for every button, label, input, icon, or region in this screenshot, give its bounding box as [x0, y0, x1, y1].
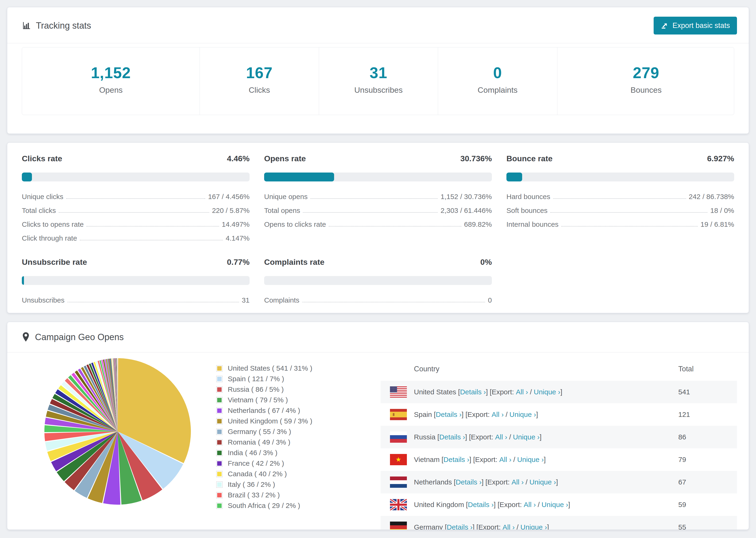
details-link-spain[interactable]: Details › — [436, 410, 461, 418]
legend-item-germany[interactable]: Germany ( 55 / 3% ) — [216, 428, 371, 436]
rate-progress-fill — [22, 173, 32, 182]
details-link-netherlands[interactable]: Details › — [456, 478, 482, 486]
legend-item-italy[interactable]: Italy ( 36 / 2% ) — [216, 480, 371, 488]
slash: / — [538, 501, 540, 509]
export-basic-stats-button[interactable]: Export basic stats — [654, 17, 737, 34]
export-unique-link-germany[interactable]: Unique › — [520, 523, 547, 530]
rate-row-label: Unique opens — [264, 193, 307, 201]
rate-panel-opens-rate: Opens rate30.736%Unique opens1,152 / 30.… — [264, 154, 492, 248]
rate-progress-track — [22, 276, 249, 285]
bracket: [ — [434, 410, 436, 418]
legend-swatch — [216, 407, 223, 414]
country-cell: United States[Details ›][Export:All ›/Un… — [381, 386, 678, 398]
rate-row-label: Complaints — [264, 296, 299, 304]
details-link-germany[interactable]: Details › — [447, 523, 473, 530]
legend-item-france[interactable]: France ( 42 / 2% ) — [216, 459, 371, 467]
total-cell: 86 — [678, 433, 737, 441]
rate-row-complaints: Complaints0 — [264, 296, 492, 304]
rate-row-value: 31 — [242, 296, 249, 304]
legend-item-vietnam[interactable]: Vietnam ( 79 / 5% ) — [216, 396, 371, 404]
bracket: [ — [458, 388, 460, 396]
legend-label: Russia ( 86 / 5% ) — [228, 385, 284, 394]
pie-chart-svg — [42, 356, 193, 507]
total-cell: 121 — [678, 410, 737, 418]
rate-progress-fill — [264, 173, 334, 182]
details-link-vietnam[interactable]: Details › — [444, 456, 469, 463]
details-link-russia[interactable]: Details › — [439, 433, 465, 441]
legend-item-netherlands[interactable]: Netherlands ( 67 / 4% ) — [216, 406, 371, 414]
rate-value: 0% — [480, 257, 492, 267]
rate-row-label: Total opens — [264, 207, 300, 215]
legend-label: India ( 46 / 3% ) — [228, 449, 278, 457]
legend-swatch-color — [217, 398, 222, 402]
legend-label: Brazil ( 33 / 2% ) — [228, 491, 280, 499]
legend-item-romania[interactable]: Romania ( 49 / 3% ) — [216, 438, 371, 446]
legend-swatch-color — [217, 419, 222, 423]
legend-item-south-africa[interactable]: South Africa ( 29 / 2% ) — [216, 502, 371, 510]
legend-swatch — [216, 418, 223, 424]
export-unique-link-united-states[interactable]: Unique › — [534, 388, 560, 396]
map-pin-icon — [22, 332, 30, 342]
legend-item-india[interactable]: India ( 46 / 3% ) — [216, 449, 371, 457]
export-unique-link-russia[interactable]: Unique › — [513, 433, 540, 441]
rate-row-value: 19 / 6.81% — [701, 220, 734, 228]
export-all-link-russia[interactable]: All › — [495, 433, 507, 441]
rate-progress-track — [22, 173, 249, 182]
summary-label-clicks: Clicks — [200, 85, 319, 95]
country-cell: Russia[Details ›][Export:All ›/Unique ›] — [381, 431, 678, 443]
details-link-united-states[interactable]: Details › — [460, 388, 486, 396]
rate-value: 30.736% — [460, 154, 492, 163]
export-all-link-spain[interactable]: All › — [492, 410, 504, 418]
legend-item-brazil[interactable]: Brazil ( 33 / 2% ) — [216, 491, 371, 499]
geo-title-text: Campaign Geo Opens — [35, 332, 124, 342]
campaign-geo-opens-card: Campaign Geo Opens United States ( 541 /… — [7, 322, 749, 530]
table-row-germany: Germany[Details ›][Export:All ›/Unique ›… — [381, 516, 737, 530]
rate-row-label: Clicks to opens rate — [22, 220, 83, 228]
slash: / — [516, 523, 518, 530]
country-name: Russia — [414, 433, 436, 441]
page-title: Tracking stats — [22, 21, 91, 31]
rate-row-value: 1,152 / 30.736% — [441, 193, 492, 201]
summary-value-unsubscribes: 31 — [319, 64, 438, 82]
dotted-leader — [80, 240, 223, 241]
bracket: ] — [556, 478, 558, 486]
rate-row-value: 242 / 86.738% — [689, 193, 734, 201]
rate-row-internal-bounces: Internal bounces19 / 6.81% — [507, 220, 734, 228]
total-cell: 59 — [678, 501, 737, 509]
flag-es-icon — [390, 409, 407, 420]
summary-label-opens: Opens — [22, 85, 199, 95]
rate-panel-head: Unsubscribe rate0.77% — [22, 257, 249, 267]
legend-item-united-states[interactable]: United States ( 541 / 31% ) — [216, 364, 371, 372]
table-row-united-kingdom: United Kingdom[Details ›][Export:All ›/U… — [381, 493, 737, 516]
export-unique-link-united-kingdom[interactable]: Unique › — [542, 501, 568, 509]
rate-rows: Complaints0 — [264, 296, 492, 304]
legend-item-canada[interactable]: Canada ( 40 / 2% ) — [216, 470, 371, 478]
export-all-link-netherlands[interactable]: All › — [512, 478, 524, 486]
total-cell: 541 — [678, 388, 737, 396]
bracket: ] — [461, 410, 463, 418]
details-link-united-kingdom[interactable]: Details › — [468, 501, 494, 509]
page-title-text: Tracking stats — [36, 21, 91, 31]
summary-value-bounces: 279 — [557, 64, 735, 82]
country-cell: Netherlands[Details ›][Export:All ›/Uniq… — [381, 476, 678, 488]
country-name: United States — [414, 388, 456, 396]
export-prefix: [Export: — [473, 456, 497, 463]
rate-row-hard-bounces: Hard bounces242 / 86.738% — [507, 193, 734, 201]
flag-vn-icon — [390, 454, 407, 465]
export-all-link-vietnam[interactable]: All › — [499, 456, 512, 463]
legend-item-russia[interactable]: Russia ( 86 / 5% ) — [216, 385, 371, 394]
export-unique-link-spain[interactable]: Unique › — [510, 410, 536, 418]
legend-item-spain[interactable]: Spain ( 121 / 7% ) — [216, 375, 371, 383]
export-all-link-united-kingdom[interactable]: All › — [524, 501, 536, 509]
slash: / — [509, 433, 511, 441]
export-unique-link-vietnam[interactable]: Unique › — [517, 456, 544, 463]
legend-swatch — [216, 450, 223, 456]
export-unique-link-netherlands[interactable]: Unique › — [529, 478, 556, 486]
export-all-link-united-states[interactable]: All › — [516, 388, 528, 396]
bar-chart-icon — [22, 21, 31, 30]
export-all-link-germany[interactable]: All › — [503, 523, 514, 530]
summary-value-clicks: 167 — [200, 64, 319, 82]
dotted-leader — [302, 302, 485, 302]
legend-item-united-kingdom[interactable]: United Kingdom ( 59 / 3% ) — [216, 417, 371, 425]
geo-header: Campaign Geo Opens — [7, 322, 749, 352]
